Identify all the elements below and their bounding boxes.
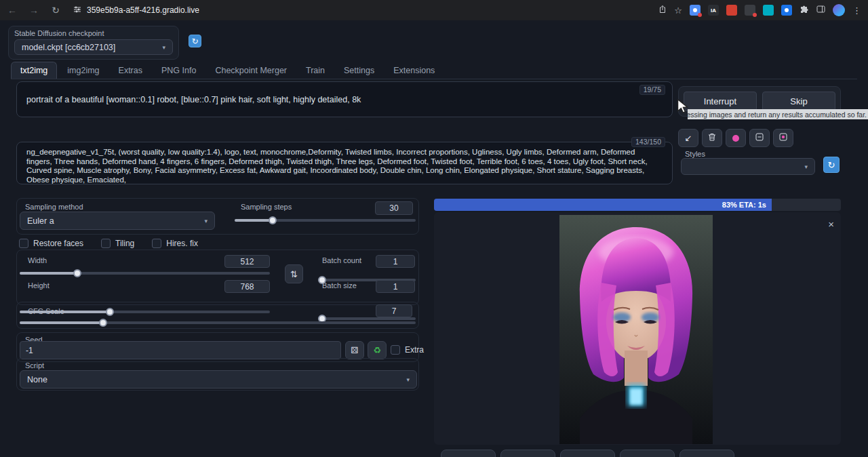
sampling-method-select[interactable]: Euler a ▾ (20, 212, 215, 230)
generated-image[interactable] (559, 215, 713, 444)
card-icon (755, 133, 764, 143)
clear-prompt-button[interactable] (702, 129, 722, 147)
extension-icon-5[interactable] (763, 5, 774, 16)
tab-train[interactable]: Train (297, 62, 334, 79)
negative-prompt-box: 143/150 ng_deepnegative_v1_75t, (worst q… (16, 142, 673, 184)
seed-input[interactable] (20, 341, 341, 359)
gallery-action-button[interactable] (560, 450, 615, 457)
dice-icon: ⚄ (351, 345, 358, 355)
prompt-input[interactable]: portrait of a beautiful [woman::0.1] rob… (17, 82, 672, 117)
url-text[interactable]: 359e5b9a-a5ff-4216.gradio.live (87, 5, 199, 15)
browser-bar: ← → ↻ 359e5b9a-a5ff-4216.gradio.live ☆ I… (0, 0, 868, 20)
save-style-button[interactable] (773, 129, 793, 147)
tiling-label: Tiling (115, 239, 134, 248)
prompt-box: 19/75 portrait of a beautiful [woman::0.… (16, 81, 673, 117)
close-icon[interactable]: × (828, 219, 834, 229)
batch-size-input[interactable] (376, 280, 415, 293)
refresh-icon: ↻ (828, 160, 835, 170)
tab-extensions[interactable]: Extensions (384, 62, 443, 79)
slider-fill-bar (235, 219, 273, 222)
gallery-action-button[interactable] (679, 450, 734, 457)
script-value: None (27, 375, 47, 384)
extension-icon-1[interactable] (690, 5, 701, 16)
tab-settings[interactable]: Settings (335, 62, 383, 79)
checkbox-icon (101, 239, 111, 248)
styles-select[interactable]: ▾ (681, 158, 815, 175)
skip-button[interactable]: Skip (762, 92, 835, 111)
cfg-scale-input[interactable] (376, 304, 412, 317)
extension-icon-4[interactable] (745, 5, 755, 16)
random-seed-button[interactable]: ⚄ (345, 341, 364, 359)
back-icon[interactable]: ← (7, 5, 18, 16)
chevron-down-icon: ▾ (162, 44, 165, 51)
cfg-scale-slider[interactable] (20, 319, 416, 325)
tab-extras[interactable]: Extras (110, 62, 151, 79)
swap-dimensions-button[interactable]: ⇅ (285, 264, 303, 283)
dimensions-group: Width Batch count Height Batch size (16, 250, 419, 305)
kebab-menu-icon[interactable]: ⋮ (852, 5, 861, 16)
browser-nav: ← → ↻ (7, 5, 61, 16)
extension-icon-2[interactable]: IA (708, 5, 719, 16)
script-group: Script None ▾ (16, 358, 419, 391)
tab-txt2img[interactable]: txt2img (11, 62, 57, 79)
chevron-down-icon: ▾ (406, 376, 410, 383)
interrupt-tooltip: processing images and return any results… (688, 109, 868, 119)
sampling-method-label: Sampling method (25, 203, 83, 211)
tab-png-info[interactable]: PNG Info (153, 62, 205, 79)
extension-icon-3[interactable] (726, 5, 737, 16)
tiling-checkbox[interactable]: Tiling (101, 239, 134, 248)
palette-icon (732, 135, 739, 142)
gallery-action-button[interactable] (620, 450, 675, 457)
script-select[interactable]: None ▾ (20, 370, 417, 389)
interrupt-button[interactable]: Interrupt (684, 92, 757, 111)
sampling-steps-input[interactable] (375, 201, 413, 215)
checkpoint-refresh-button[interactable]: ↻ (189, 35, 201, 47)
output-gallery: × (434, 212, 841, 445)
sampling-steps-slider[interactable] (235, 216, 416, 223)
gallery-action-button[interactable] (500, 450, 555, 457)
tab-img2img[interactable]: img2img (58, 62, 108, 79)
reload-icon[interactable]: ↻ (50, 5, 61, 16)
forward-icon[interactable]: → (28, 5, 39, 16)
checkpoint-label: Stable Diffusion checkpoint (14, 29, 173, 37)
extensions-puzzle-icon[interactable] (800, 5, 809, 16)
batch-count-input[interactable] (376, 255, 415, 268)
width-slider[interactable] (20, 269, 270, 276)
styles-refresh-button[interactable]: ↻ (823, 157, 840, 173)
address-bar[interactable]: 359e5b9a-a5ff-4216.gradio.live (73, 4, 199, 16)
checkpoint-select[interactable]: model.ckpt [cc6cb27103] ▾ (14, 39, 173, 55)
cfg-scale-label: CFG Scale (28, 307, 64, 315)
slider-thumb[interactable] (99, 319, 107, 327)
width-input[interactable] (224, 255, 270, 268)
restore-faces-checkbox[interactable]: Restore faces (19, 239, 83, 248)
slider-fill-bar (20, 272, 77, 275)
extra-networks-button[interactable] (726, 129, 746, 147)
bookmark-star-icon[interactable]: ☆ (674, 5, 682, 16)
slider-thumb[interactable] (73, 269, 81, 277)
site-info-icon[interactable] (73, 4, 81, 16)
prompt-token-counter: 19/75 (639, 85, 665, 95)
extension-icon-6[interactable] (781, 5, 792, 16)
height-label: Height (28, 281, 50, 290)
height-input[interactable] (224, 280, 270, 293)
slider-thumb[interactable] (269, 216, 277, 224)
profile-avatar[interactable] (833, 4, 845, 16)
reuse-seed-button[interactable]: ♻ (368, 341, 387, 359)
apply-style-button[interactable] (749, 129, 770, 147)
extra-seed-label: Extra (405, 345, 424, 355)
negative-token-counter: 143/150 (631, 137, 665, 147)
side-panel-icon[interactable] (816, 5, 825, 16)
prompt-tools: ↙ (678, 129, 793, 147)
extra-seed-checkbox[interactable]: Extra (391, 345, 424, 355)
negative-prompt-input[interactable]: ng_deepnegative_v1_75t, (worst quality, … (17, 142, 672, 184)
share-icon[interactable] (658, 5, 667, 16)
hires-fix-checkbox[interactable]: Hires. fix (152, 239, 198, 248)
read-generation-params-button[interactable]: ↙ (678, 129, 698, 147)
script-label: Script (25, 361, 44, 370)
tab-checkpoint-merger[interactable]: Checkpoint Merger (206, 62, 296, 79)
slider-fill-bar (20, 321, 103, 324)
checkpoint-value: model.ckpt [cc6cb27103] (22, 43, 115, 52)
save-style-icon (779, 133, 787, 143)
gallery-action-button[interactable] (441, 450, 496, 457)
cfg-group: CFG Scale (16, 302, 419, 329)
